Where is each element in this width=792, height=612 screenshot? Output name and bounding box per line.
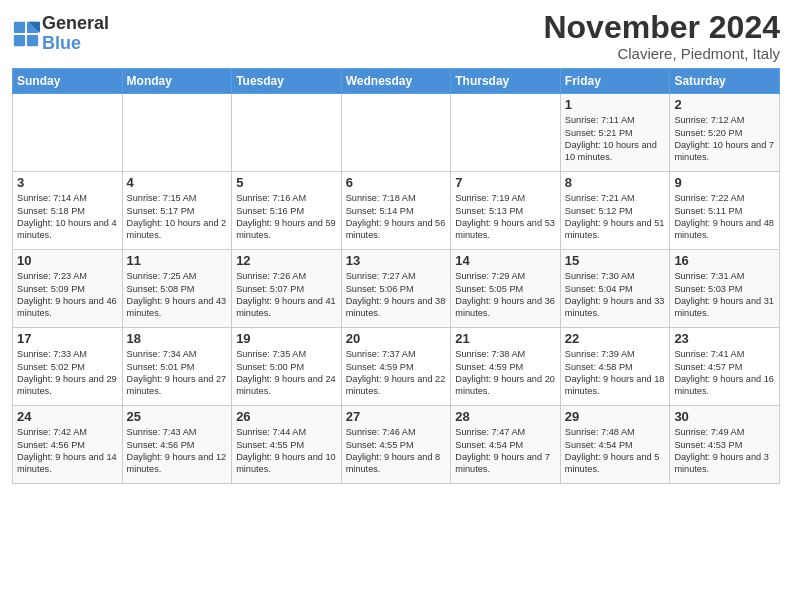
calendar-cell: 6Sunrise: 7:18 AM Sunset: 5:14 PM Daylig…	[341, 172, 451, 250]
calendar-cell: 19Sunrise: 7:35 AM Sunset: 5:00 PM Dayli…	[232, 328, 342, 406]
calendar-cell: 27Sunrise: 7:46 AM Sunset: 4:55 PM Dayli…	[341, 406, 451, 484]
day-info: Sunrise: 7:26 AM Sunset: 5:07 PM Dayligh…	[236, 270, 337, 320]
calendar-cell: 17Sunrise: 7:33 AM Sunset: 5:02 PM Dayli…	[13, 328, 123, 406]
calendar-cell: 10Sunrise: 7:23 AM Sunset: 5:09 PM Dayli…	[13, 250, 123, 328]
day-info: Sunrise: 7:47 AM Sunset: 4:54 PM Dayligh…	[455, 426, 556, 476]
day-number: 29	[565, 409, 666, 424]
calendar-cell: 2Sunrise: 7:12 AM Sunset: 5:20 PM Daylig…	[670, 94, 780, 172]
day-info: Sunrise: 7:31 AM Sunset: 5:03 PM Dayligh…	[674, 270, 775, 320]
day-number: 28	[455, 409, 556, 424]
svg-rect-1	[14, 22, 25, 33]
day-number: 21	[455, 331, 556, 346]
day-info: Sunrise: 7:25 AM Sunset: 5:08 PM Dayligh…	[127, 270, 228, 320]
day-info: Sunrise: 7:22 AM Sunset: 5:11 PM Dayligh…	[674, 192, 775, 242]
calendar-cell: 12Sunrise: 7:26 AM Sunset: 5:07 PM Dayli…	[232, 250, 342, 328]
day-info: Sunrise: 7:19 AM Sunset: 5:13 PM Dayligh…	[455, 192, 556, 242]
day-number: 6	[346, 175, 447, 190]
calendar-body: 1Sunrise: 7:11 AM Sunset: 5:21 PM Daylig…	[13, 94, 780, 484]
day-info: Sunrise: 7:16 AM Sunset: 5:16 PM Dayligh…	[236, 192, 337, 242]
calendar-cell: 24Sunrise: 7:42 AM Sunset: 4:56 PM Dayli…	[13, 406, 123, 484]
day-number: 3	[17, 175, 118, 190]
calendar-cell	[122, 94, 232, 172]
weekday-header-cell: Saturday	[670, 69, 780, 94]
calendar-cell: 26Sunrise: 7:44 AM Sunset: 4:55 PM Dayli…	[232, 406, 342, 484]
calendar-cell: 28Sunrise: 7:47 AM Sunset: 4:54 PM Dayli…	[451, 406, 561, 484]
day-info: Sunrise: 7:48 AM Sunset: 4:54 PM Dayligh…	[565, 426, 666, 476]
day-number: 11	[127, 253, 228, 268]
day-info: Sunrise: 7:42 AM Sunset: 4:56 PM Dayligh…	[17, 426, 118, 476]
day-number: 8	[565, 175, 666, 190]
calendar-cell	[451, 94, 561, 172]
logo-line1: General	[42, 14, 109, 34]
calendar-cell: 18Sunrise: 7:34 AM Sunset: 5:01 PM Dayli…	[122, 328, 232, 406]
day-info: Sunrise: 7:33 AM Sunset: 5:02 PM Dayligh…	[17, 348, 118, 398]
calendar-cell: 25Sunrise: 7:43 AM Sunset: 4:56 PM Dayli…	[122, 406, 232, 484]
weekday-header-cell: Tuesday	[232, 69, 342, 94]
day-info: Sunrise: 7:27 AM Sunset: 5:06 PM Dayligh…	[346, 270, 447, 320]
calendar-cell: 22Sunrise: 7:39 AM Sunset: 4:58 PM Dayli…	[560, 328, 670, 406]
day-number: 24	[17, 409, 118, 424]
day-number: 26	[236, 409, 337, 424]
day-info: Sunrise: 7:12 AM Sunset: 5:20 PM Dayligh…	[674, 114, 775, 164]
day-info: Sunrise: 7:11 AM Sunset: 5:21 PM Dayligh…	[565, 114, 666, 164]
day-info: Sunrise: 7:23 AM Sunset: 5:09 PM Dayligh…	[17, 270, 118, 320]
day-number: 12	[236, 253, 337, 268]
calendar-week-row: 24Sunrise: 7:42 AM Sunset: 4:56 PM Dayli…	[13, 406, 780, 484]
day-info: Sunrise: 7:49 AM Sunset: 4:53 PM Dayligh…	[674, 426, 775, 476]
weekday-header-cell: Friday	[560, 69, 670, 94]
calendar-cell	[232, 94, 342, 172]
day-number: 18	[127, 331, 228, 346]
calendar-cell: 15Sunrise: 7:30 AM Sunset: 5:04 PM Dayli…	[560, 250, 670, 328]
day-info: Sunrise: 7:14 AM Sunset: 5:18 PM Dayligh…	[17, 192, 118, 242]
day-number: 7	[455, 175, 556, 190]
svg-rect-4	[27, 35, 38, 46]
calendar-cell: 3Sunrise: 7:14 AM Sunset: 5:18 PM Daylig…	[13, 172, 123, 250]
day-number: 20	[346, 331, 447, 346]
weekday-header-row: SundayMondayTuesdayWednesdayThursdayFrid…	[13, 69, 780, 94]
day-number: 27	[346, 409, 447, 424]
calendar-cell: 1Sunrise: 7:11 AM Sunset: 5:21 PM Daylig…	[560, 94, 670, 172]
logo: General Blue	[12, 14, 109, 54]
calendar-week-row: 17Sunrise: 7:33 AM Sunset: 5:02 PM Dayli…	[13, 328, 780, 406]
day-info: Sunrise: 7:46 AM Sunset: 4:55 PM Dayligh…	[346, 426, 447, 476]
day-info: Sunrise: 7:37 AM Sunset: 4:59 PM Dayligh…	[346, 348, 447, 398]
day-number: 9	[674, 175, 775, 190]
svg-rect-3	[14, 35, 25, 46]
day-info: Sunrise: 7:34 AM Sunset: 5:01 PM Dayligh…	[127, 348, 228, 398]
day-info: Sunrise: 7:35 AM Sunset: 5:00 PM Dayligh…	[236, 348, 337, 398]
day-number: 16	[674, 253, 775, 268]
day-number: 22	[565, 331, 666, 346]
day-number: 4	[127, 175, 228, 190]
weekday-header-cell: Thursday	[451, 69, 561, 94]
day-info: Sunrise: 7:15 AM Sunset: 5:17 PM Dayligh…	[127, 192, 228, 242]
month-title: November 2024	[543, 10, 780, 45]
calendar-cell: 16Sunrise: 7:31 AM Sunset: 5:03 PM Dayli…	[670, 250, 780, 328]
calendar-cell	[13, 94, 123, 172]
calendar-cell: 29Sunrise: 7:48 AM Sunset: 4:54 PM Dayli…	[560, 406, 670, 484]
day-number: 30	[674, 409, 775, 424]
calendar-cell: 4Sunrise: 7:15 AM Sunset: 5:17 PM Daylig…	[122, 172, 232, 250]
day-info: Sunrise: 7:38 AM Sunset: 4:59 PM Dayligh…	[455, 348, 556, 398]
day-number: 25	[127, 409, 228, 424]
day-info: Sunrise: 7:43 AM Sunset: 4:56 PM Dayligh…	[127, 426, 228, 476]
calendar-cell: 13Sunrise: 7:27 AM Sunset: 5:06 PM Dayli…	[341, 250, 451, 328]
calendar-cell	[341, 94, 451, 172]
location: Claviere, Piedmont, Italy	[543, 45, 780, 62]
calendar-cell: 5Sunrise: 7:16 AM Sunset: 5:16 PM Daylig…	[232, 172, 342, 250]
title-block: November 2024 Claviere, Piedmont, Italy	[543, 10, 780, 62]
calendar-cell: 9Sunrise: 7:22 AM Sunset: 5:11 PM Daylig…	[670, 172, 780, 250]
calendar-week-row: 1Sunrise: 7:11 AM Sunset: 5:21 PM Daylig…	[13, 94, 780, 172]
day-number: 5	[236, 175, 337, 190]
weekday-header-cell: Sunday	[13, 69, 123, 94]
day-number: 17	[17, 331, 118, 346]
day-number: 23	[674, 331, 775, 346]
calendar-cell: 14Sunrise: 7:29 AM Sunset: 5:05 PM Dayli…	[451, 250, 561, 328]
calendar-week-row: 3Sunrise: 7:14 AM Sunset: 5:18 PM Daylig…	[13, 172, 780, 250]
calendar-cell: 8Sunrise: 7:21 AM Sunset: 5:12 PM Daylig…	[560, 172, 670, 250]
day-info: Sunrise: 7:44 AM Sunset: 4:55 PM Dayligh…	[236, 426, 337, 476]
day-number: 15	[565, 253, 666, 268]
day-number: 19	[236, 331, 337, 346]
logo-line2: Blue	[42, 34, 109, 54]
day-number: 10	[17, 253, 118, 268]
calendar-cell: 23Sunrise: 7:41 AM Sunset: 4:57 PM Dayli…	[670, 328, 780, 406]
